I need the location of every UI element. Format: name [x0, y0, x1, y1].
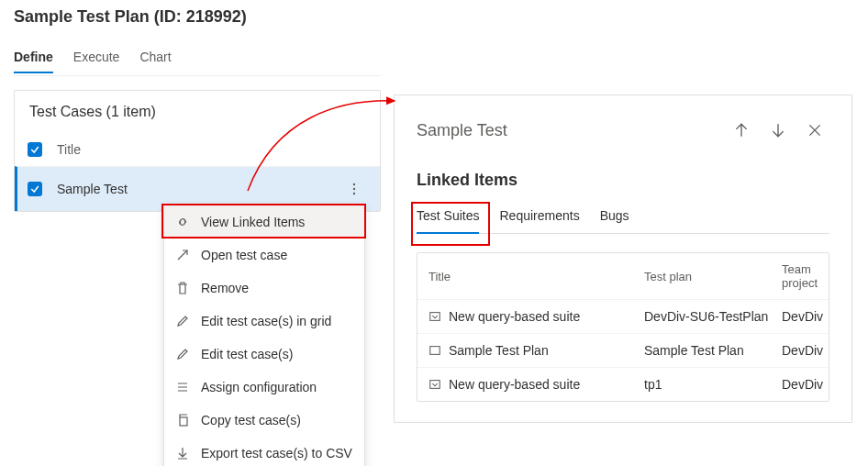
menu-open[interactable]: Open test case: [164, 239, 364, 272]
cell-project: DevDiv: [782, 377, 823, 392]
more-options-button[interactable]: [341, 176, 367, 202]
svg-rect-5: [430, 347, 440, 355]
menu-view-linked[interactable]: View Linked Items: [164, 205, 364, 239]
close-button[interactable]: [800, 116, 829, 145]
cell-project: DevDiv: [782, 343, 823, 358]
svg-rect-4: [430, 313, 440, 321]
tab-define[interactable]: Define: [14, 46, 53, 73]
cell-plan: Sample Test Plan: [644, 343, 782, 358]
row-checkbox[interactable]: [28, 182, 42, 196]
menu-export[interactable]: Export test case(s) to CSV: [164, 437, 364, 466]
cell-project: DevDiv: [782, 309, 823, 324]
test-cases-card: Test Cases (1 item) Title Sample Test: [14, 90, 381, 212]
menu-label: Edit test case(s): [201, 347, 293, 361]
menu-copy[interactable]: Copy test case(s): [164, 404, 364, 437]
trash-icon: [175, 281, 190, 295]
pencil-icon: [175, 314, 190, 328]
menu-label: Assign configuration: [201, 380, 317, 394]
table-row[interactable]: New query-based suite DevDiv-SU6-TestPla…: [417, 299, 829, 333]
open-icon: [175, 248, 190, 262]
col-plan: Test plan: [644, 270, 782, 283]
cell-plan: DevDiv-SU6-TestPlan: [644, 309, 782, 324]
svg-rect-3: [180, 417, 187, 426]
next-button[interactable]: [763, 116, 793, 145]
cell-title: Sample Test Plan: [449, 343, 549, 358]
download-icon: [175, 446, 190, 460]
menu-label: Edit test case(s) in grid: [201, 314, 331, 328]
query-suite-icon: [428, 378, 441, 391]
cell-plan: tp1: [644, 377, 782, 392]
panel-title: Sample Test: [417, 121, 719, 140]
main-tabs: Define Execute Chart: [14, 46, 381, 76]
test-cases-header: Test Cases (1 item): [15, 91, 380, 133]
tab-bugs[interactable]: Bugs: [600, 203, 629, 233]
menu-label: Copy test case(s): [201, 413, 301, 427]
cell-title: New query-based suite: [449, 377, 580, 392]
link-icon: [175, 215, 190, 229]
list-icon: [175, 380, 190, 394]
row-title: Sample Test: [57, 182, 341, 196]
linked-items-table: Title Test plan Team project New query-b…: [417, 252, 829, 402]
tab-chart[interactable]: Chart: [139, 46, 171, 73]
menu-label: View Linked Items: [201, 215, 305, 229]
svg-point-2: [353, 193, 355, 194]
cell-title: New query-based suite: [449, 309, 580, 324]
menu-label: Open test case: [201, 248, 287, 262]
table-header: Title Test plan Team project: [417, 253, 829, 299]
menu-remove[interactable]: Remove: [164, 272, 364, 305]
query-suite-icon: [428, 310, 441, 323]
svg-point-0: [353, 183, 355, 185]
pencil-icon: [175, 347, 190, 361]
column-header-row: Title: [15, 133, 380, 166]
copy-icon: [175, 413, 190, 427]
prev-button[interactable]: [727, 116, 756, 145]
svg-point-1: [353, 188, 355, 190]
tab-test-suites[interactable]: Test Suites: [417, 203, 479, 234]
menu-edit[interactable]: Edit test case(s): [164, 338, 364, 371]
tab-execute[interactable]: Execute: [73, 46, 120, 73]
panel-subtitle: Linked Items: [417, 171, 829, 190]
menu-edit-grid[interactable]: Edit test case(s) in grid: [164, 305, 364, 338]
table-row[interactable]: Sample Test Plan Sample Test Plan DevDiv: [417, 333, 829, 367]
col-title: Title: [428, 270, 644, 283]
select-all-checkbox[interactable]: [28, 142, 42, 157]
context-menu: View Linked Items Open test case Remove …: [163, 205, 365, 466]
menu-label: Remove: [201, 281, 249, 295]
col-project: Team project: [782, 262, 818, 290]
table-row[interactable]: New query-based suite tp1 DevDiv: [417, 367, 829, 401]
linked-items-panel: Sample Test Linked Items Test Suites Req…: [394, 94, 852, 423]
plan-icon: [428, 344, 441, 357]
tab-requirements[interactable]: Requirements: [499, 203, 579, 233]
menu-label: Export test case(s) to CSV: [201, 446, 352, 460]
panel-tabs: Test Suites Requirements Bugs: [417, 203, 829, 234]
svg-rect-6: [430, 381, 440, 389]
page-title: Sample Test Plan (ID: 218992): [14, 7, 247, 27]
column-title: Title: [57, 142, 367, 157]
menu-assign[interactable]: Assign configuration: [164, 371, 364, 404]
